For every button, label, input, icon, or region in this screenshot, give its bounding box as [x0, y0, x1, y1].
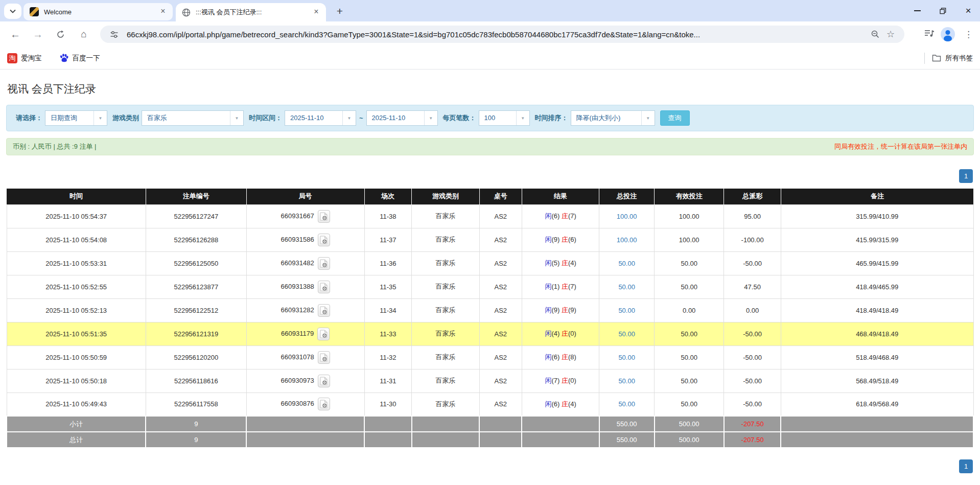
cell-total-bet[interactable]: 50.00 [599, 275, 655, 298]
page-button-1[interactable]: 1 [959, 459, 973, 473]
replay-icon-button[interactable] [318, 304, 330, 317]
replay-icon-button[interactable] [318, 281, 330, 293]
cell-session: 11-37 [364, 228, 412, 251]
replay-icon-button[interactable] [318, 257, 330, 270]
window-close-button[interactable]: × [956, 0, 980, 21]
summary-time: 总计 [7, 432, 146, 448]
page-content: 视讯 会员下注纪录 请选择： 日期查询 ▼ 游戏类别 百家乐 ▼ 时间区间： 2… [0, 70, 980, 485]
cell-time: 2025-11-10 05:51:35 [7, 322, 146, 345]
cell-total-bet[interactable]: 50.00 [599, 322, 655, 345]
cell-table: AS2 [479, 275, 522, 298]
tab-welcome[interactable]: Welcome × [24, 3, 173, 20]
folder-icon [932, 54, 941, 62]
game-type-select[interactable]: 百家乐 ▼ [142, 110, 244, 126]
cell-bet-id: 522956122512 [146, 298, 246, 322]
table-row: 2025-11-10 05:51:35522956121319660931179… [7, 322, 973, 345]
cell-total-bet[interactable]: 100.00 [599, 228, 655, 251]
cell-round: 660931586 [246, 228, 364, 251]
home-button[interactable]: ⌂ [75, 25, 93, 43]
bookmark-label: 爱淘宝 [21, 54, 42, 63]
query-type-select[interactable]: 日期查询 ▼ [45, 110, 107, 126]
page-button-1[interactable]: 1 [959, 169, 973, 183]
welcome-favicon [30, 7, 39, 16]
cell-session: 11-34 [364, 298, 412, 322]
column-header: 总派彩 [724, 189, 781, 204]
cell-round: 660931388 [246, 275, 364, 298]
time-order-select[interactable]: 降幂(由大到小) ▼ [571, 110, 655, 126]
replay-icon-button[interactable] [318, 398, 330, 410]
cell-total-bet[interactable]: 50.00 [599, 345, 655, 369]
replay-icon-button[interactable] [318, 210, 330, 223]
summary-bet-id: 9 [146, 432, 246, 448]
bookmark-star-icon[interactable]: ☆ [883, 27, 898, 42]
chevron-down-icon: ▼ [424, 111, 437, 125]
replay-icon-button[interactable] [318, 375, 330, 387]
status-bar: 币别 : 人民币 | 总共 :9 注单 | 同局有效投注，统一计算在该局第一张注… [6, 138, 974, 155]
tab-betrecord[interactable]: :::视讯 会员下注纪录::: × [176, 3, 326, 21]
cell-total-bet[interactable]: 50.00 [599, 369, 655, 392]
omnibox[interactable]: 66cxkj98.com/ipl/portal.php/game/betreco… [100, 26, 904, 43]
cell-time: 2025-11-10 05:49:43 [7, 392, 146, 416]
bookmark-baidu[interactable]: 百度一下 [59, 53, 100, 63]
tab-close-icon[interactable]: × [312, 8, 321, 17]
replay-icon-button[interactable] [318, 351, 330, 364]
back-button[interactable]: ← [6, 25, 25, 43]
chevron-down-icon: ▼ [516, 111, 529, 125]
column-header: 时间 [7, 189, 146, 204]
filter-label-page-size: 每页笔数： [443, 113, 476, 123]
cell-session: 11-33 [364, 322, 412, 345]
table-row: 2025-11-10 05:54:08522956126288660931586… [7, 228, 973, 251]
cell-remark: 315.99/410.99 [781, 204, 973, 228]
reload-button[interactable] [51, 25, 69, 43]
all-bookmarks-button[interactable]: 所有书签 [945, 54, 973, 63]
cell-session: 11-31 [364, 369, 412, 392]
summary-total-bet: 550.00 [599, 416, 655, 432]
cell-payout: -100.00 [724, 228, 781, 251]
filter-label-date-range: 时间区间： [249, 113, 282, 123]
tab-title: :::视讯 会员下注纪录::: [196, 8, 262, 17]
replay-icon-button[interactable] [318, 234, 330, 246]
window-restore-button[interactable] [931, 0, 954, 21]
cell-result: 闲(1) 庄(7) [522, 275, 599, 298]
tab-close-icon[interactable]: × [158, 7, 168, 16]
media-controls-icon[interactable] [924, 29, 935, 40]
page-size-select[interactable]: 100 ▼ [479, 110, 530, 126]
search-button[interactable]: 查询 [660, 110, 690, 126]
summary-time: 小计 [7, 416, 146, 432]
replay-icon-button[interactable] [317, 328, 330, 340]
summary-game-type [412, 432, 479, 448]
cell-bet-id: 522956126288 [146, 228, 246, 251]
table-row: 2025-11-10 05:52:13522956122512660931282… [7, 298, 973, 322]
cell-total-bet[interactable]: 100.00 [599, 204, 655, 228]
profile-avatar[interactable] [941, 27, 955, 41]
summary-remark [781, 416, 973, 432]
cell-session: 11-35 [364, 275, 412, 298]
replay-icon [320, 353, 328, 362]
bookmark-label: 百度一下 [73, 54, 100, 63]
summary-session [364, 432, 412, 448]
menu-kebab-icon[interactable]: ⋮ [961, 29, 976, 40]
date-to-select[interactable]: 2025-11-10 ▼ [366, 110, 438, 126]
baidu-paw-icon [59, 53, 69, 63]
cell-total-bet[interactable]: 50.00 [599, 392, 655, 416]
cell-round: 660931282 [246, 298, 364, 322]
date-range-separator: ~ [359, 114, 363, 122]
window-minimize-button[interactable] [905, 0, 929, 21]
cell-game-type: 百家乐 [412, 228, 479, 251]
site-settings-icon[interactable] [106, 27, 122, 42]
cell-time: 2025-11-10 05:50:18 [7, 369, 146, 392]
bookmark-taobao[interactable]: 淘 爱淘宝 [7, 53, 42, 63]
cell-total-bet[interactable]: 50.00 [599, 251, 655, 275]
tab-search-button[interactable] [4, 4, 21, 19]
zoom-out-icon[interactable] [868, 27, 883, 42]
cell-remark: 468.49/418.49 [781, 322, 973, 345]
cell-total-bet[interactable]: 50.00 [599, 298, 655, 322]
replay-icon [320, 236, 328, 244]
forward-button[interactable]: → [29, 25, 47, 43]
cell-session: 11-36 [364, 251, 412, 275]
cell-session: 11-38 [364, 204, 412, 228]
new-tab-button[interactable]: + [333, 5, 346, 18]
replay-icon [320, 212, 328, 221]
date-from-select[interactable]: 2025-11-10 ▼ [285, 110, 356, 126]
url-text[interactable]: 66cxkj98.com/ipl/portal.php/game/betreco… [127, 30, 868, 39]
